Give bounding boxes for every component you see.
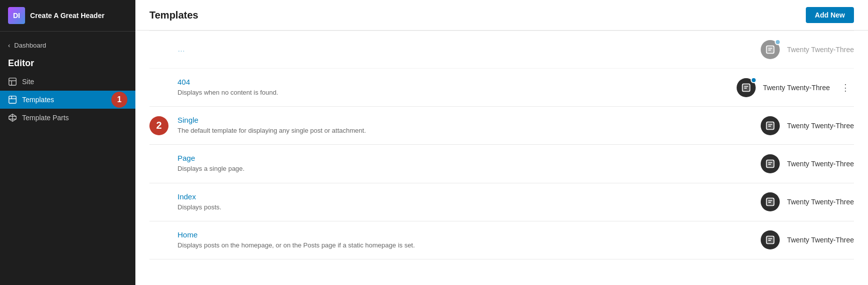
site-logo-icon: DI bbox=[8, 7, 25, 24]
theme-icon-wrap bbox=[761, 40, 780, 59]
add-new-button[interactable]: Add New bbox=[806, 7, 854, 23]
sidebar-item-templates-label: Templates bbox=[22, 96, 54, 104]
template-desc-page: Displays a single page. bbox=[178, 164, 245, 173]
template-name-page[interactable]: Page bbox=[178, 154, 245, 162]
theme-icon-single bbox=[761, 116, 780, 135]
main-header: Templates Add New bbox=[135, 0, 868, 31]
svg-rect-28 bbox=[768, 200, 772, 201]
svg-rect-16 bbox=[744, 86, 748, 87]
chevron-left-icon: ‹ bbox=[8, 42, 10, 49]
site-title: Create A Great Header bbox=[30, 11, 104, 20]
theme-icon-wrap-index bbox=[761, 192, 780, 211]
svg-rect-17 bbox=[744, 88, 747, 89]
more-options-button-404[interactable]: ⋮ bbox=[837, 81, 854, 94]
svg-rect-13 bbox=[768, 50, 771, 51]
svg-rect-32 bbox=[768, 238, 772, 239]
template-name-404[interactable]: 404 bbox=[178, 78, 278, 86]
template-name-home[interactable]: Home bbox=[178, 230, 415, 239]
templates-annotation-badge: 1 bbox=[111, 92, 127, 108]
table-row: 404 Displays when no content is found. T… bbox=[149, 69, 854, 107]
template-name[interactable]: … bbox=[178, 45, 185, 53]
svg-rect-0 bbox=[9, 78, 16, 85]
svg-rect-20 bbox=[768, 124, 772, 125]
annotation-badge-single: 2 bbox=[149, 116, 168, 135]
theme-badge-404 bbox=[751, 77, 757, 83]
theme-icon-wrap-single bbox=[761, 116, 780, 135]
table-row: Index Displays posts. Twenty Twenty-Thre… bbox=[149, 183, 854, 221]
template-desc-404: Displays when no content is found. bbox=[178, 88, 278, 97]
page-title: Templates bbox=[149, 10, 198, 21]
table-row: Page Displays a single page. Twenty Twen… bbox=[149, 145, 854, 183]
svg-rect-12 bbox=[768, 48, 772, 49]
parts-icon bbox=[8, 113, 17, 122]
sidebar-nav: ‹ Dashboard Editor Site bbox=[0, 32, 135, 133]
theme-icon-wrap-page bbox=[761, 154, 780, 173]
template-list: … Twenty Twenty-Three 404 Displays wh bbox=[135, 31, 868, 285]
table-row: Home Displays posts on the homepage, or … bbox=[149, 221, 854, 259]
theme-name-index: Twenty Twenty-Three bbox=[787, 198, 854, 206]
theme-icon-page bbox=[761, 154, 780, 173]
theme-name-single: Twenty Twenty-Three bbox=[787, 122, 854, 130]
svg-rect-21 bbox=[768, 126, 771, 127]
template-desc-home: Displays posts on the homepage, or on th… bbox=[178, 241, 415, 250]
svg-rect-24 bbox=[768, 162, 772, 163]
sidebar-header: DI Create A Great Header bbox=[0, 0, 135, 32]
theme-name: Twenty Twenty-Three bbox=[787, 46, 854, 54]
svg-rect-3 bbox=[9, 96, 16, 103]
dashboard-back-link[interactable]: ‹ Dashboard bbox=[0, 38, 135, 53]
template-desc-index: Displays posts. bbox=[178, 203, 221, 212]
sidebar-item-site-label: Site bbox=[22, 78, 34, 86]
template-name-index[interactable]: Index bbox=[178, 192, 221, 201]
template-name-single[interactable]: Single bbox=[178, 116, 366, 124]
site-icon bbox=[8, 77, 17, 86]
svg-rect-25 bbox=[768, 164, 771, 165]
theme-badge bbox=[775, 39, 781, 45]
theme-name-home: Twenty Twenty-Three bbox=[787, 236, 854, 244]
editor-section-label: Editor bbox=[0, 53, 135, 73]
sidebar-item-template-parts-label: Template Parts bbox=[22, 114, 69, 122]
svg-rect-29 bbox=[768, 202, 771, 203]
theme-icon-wrap-404 bbox=[737, 78, 756, 97]
table-row: 2 Single The default template for displa… bbox=[149, 107, 854, 145]
theme-name-page: Twenty Twenty-Three bbox=[787, 160, 854, 168]
svg-rect-33 bbox=[768, 240, 771, 241]
theme-name-404: Twenty Twenty-Three bbox=[763, 84, 830, 92]
sidebar-item-template-parts[interactable]: Template Parts bbox=[0, 109, 135, 127]
sidebar-item-templates[interactable]: Templates 1 bbox=[0, 91, 135, 109]
theme-icon-wrap-home bbox=[761, 230, 780, 249]
sidebar-item-site[interactable]: Site bbox=[0, 73, 135, 91]
sidebar: DI Create A Great Header ‹ Dashboard Edi… bbox=[0, 0, 135, 285]
main-content: Templates Add New … Twenty Twenty-Three bbox=[135, 0, 868, 285]
theme-icon-home bbox=[761, 230, 780, 249]
template-desc-single: The default template for displaying any … bbox=[178, 126, 366, 135]
templates-icon bbox=[8, 95, 17, 104]
table-row: … Twenty Twenty-Three bbox=[149, 31, 854, 69]
theme-icon-index bbox=[761, 192, 780, 211]
